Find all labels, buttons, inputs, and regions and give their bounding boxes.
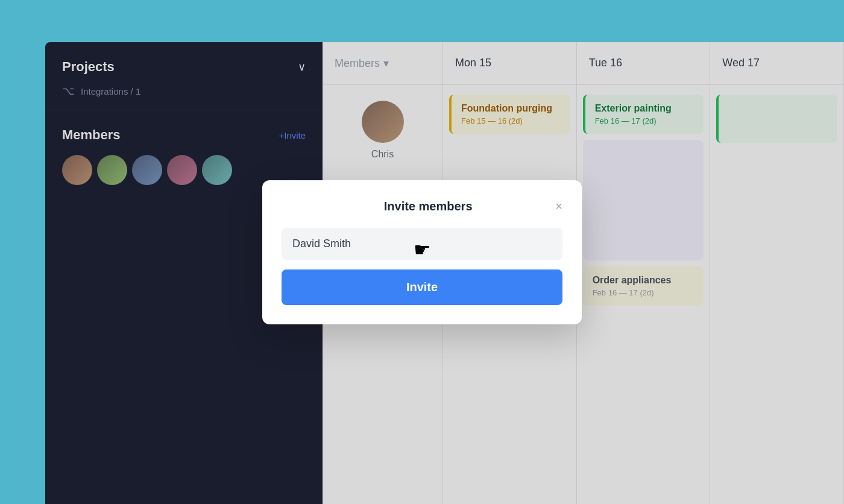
modal-header: Invite members ×: [282, 200, 562, 213]
modal-overlay[interactable]: Invite members × Invite ☛: [0, 0, 844, 504]
modal-title: Invite members: [301, 200, 555, 213]
modal-close-button[interactable]: ×: [555, 200, 562, 212]
invite-input[interactable]: [282, 228, 562, 260]
invite-modal: Invite members × Invite ☛: [262, 180, 582, 324]
modal-invite-button[interactable]: Invite: [282, 269, 562, 305]
